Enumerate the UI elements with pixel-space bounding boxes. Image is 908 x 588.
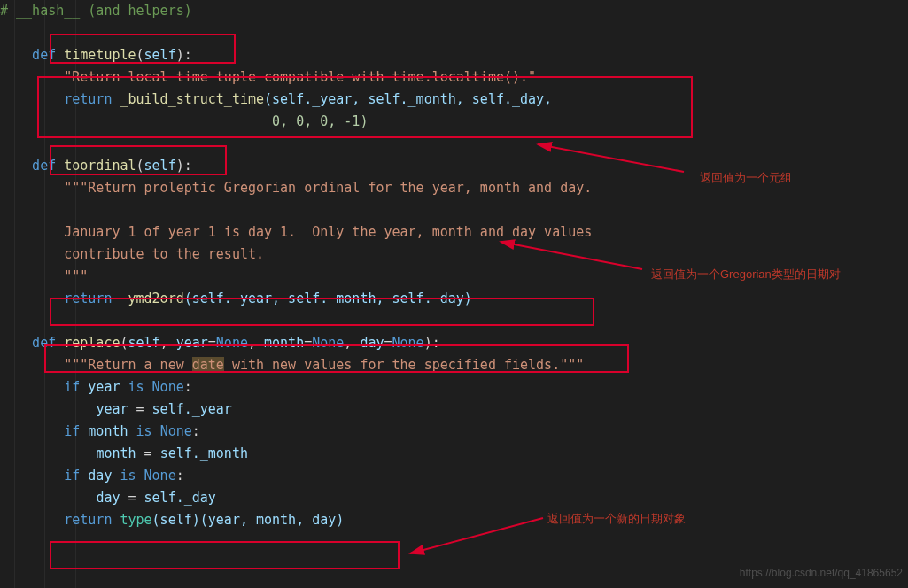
code-line: """Return a new date with new values for… (0, 354, 908, 376)
code-line: """ (0, 266, 908, 288)
code-line: def toordinal(self): (0, 155, 908, 177)
code-line (0, 310, 908, 332)
code-line: if day is None: (0, 465, 908, 487)
code-line: def replace(self, year=None, month=None,… (0, 332, 908, 354)
code-line (0, 133, 908, 155)
code-line: return type(self)(year, month, day) (0, 509, 908, 531)
code-line (0, 22, 908, 44)
highlight-box (50, 541, 400, 569)
code-line: return _ymd2ord(self._year, self._month,… (0, 288, 908, 310)
code-line: if year is None: (0, 376, 908, 398)
code-line: if month is None: (0, 421, 908, 443)
code-line: return _build_struct_time(self._year, se… (0, 89, 908, 111)
code-line: January 1 of year 1 is day 1. Only the y… (0, 221, 908, 244)
code-line: # __hash__ (and helpers) (0, 0, 908, 22)
code-line: day = self._day (0, 487, 908, 509)
code-line: "Return local time tuple compatible with… (0, 66, 908, 89)
code-line (0, 199, 908, 221)
code-line: """Return proleptic Gregorian ordinal fo… (0, 177, 908, 199)
code-line: year = self._year (0, 398, 908, 421)
code-line: month = self._month (0, 443, 908, 465)
code-line: 0, 0, 0, -1) (0, 111, 908, 133)
code-line: def timetuple(self): (0, 44, 908, 66)
code-line: contribute to the result. (0, 244, 908, 266)
code-editor[interactable]: # __hash__ (and helpers) def timetuple(s… (0, 0, 908, 588)
watermark: https://blog.csdn.net/qq_41865652 (740, 562, 903, 584)
